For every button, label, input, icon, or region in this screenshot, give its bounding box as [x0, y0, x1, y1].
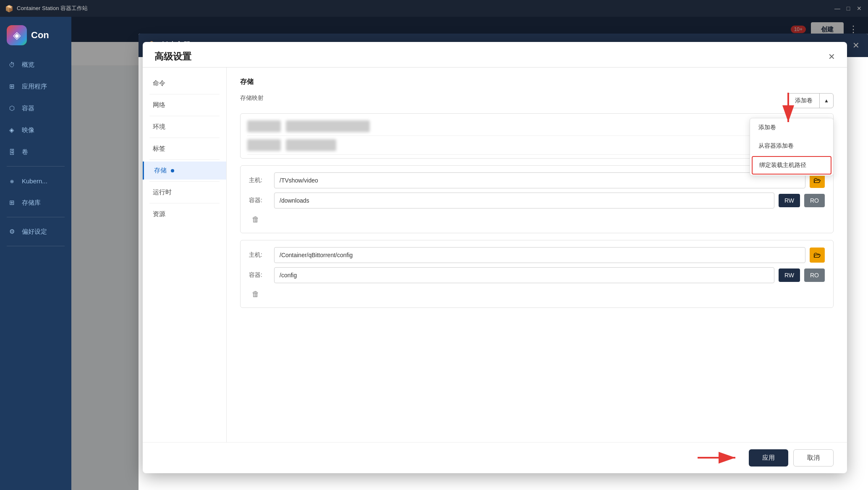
adv-nav-runtime[interactable]: 运行时	[143, 183, 226, 201]
sidebar-item-overview[interactable]: ⏱ 概览	[0, 54, 71, 76]
adv-nav-network[interactable]: 网络	[143, 96, 226, 114]
blurred-cell-2	[286, 120, 370, 132]
titlebar-controls: — □ ✕	[834, 5, 863, 12]
sidebar-label-volumes: 卷	[22, 148, 28, 156]
adv-nav-divider-4	[149, 159, 220, 160]
outer-dialog-close[interactable]: ✕	[852, 40, 860, 50]
apply-button[interactable]: 应用	[749, 449, 788, 467]
adv-nav-env[interactable]: 环境	[143, 118, 226, 136]
sidebar-item-containers[interactable]: ⬡ 容器	[0, 97, 71, 119]
sidebar: ◈ Con ⏱ 概览 ⊞ 应用程序 ⬡ 容器 ◈ 映像 🗄 卷 ⎈ Kubern…	[0, 17, 71, 490]
storage-section-title: 存储	[240, 78, 834, 86]
adv-nav-divider-6	[149, 203, 220, 203]
sidebar-item-kubernetes[interactable]: ⎈ Kubern...	[0, 170, 71, 192]
logo-text: Con	[31, 30, 49, 41]
cancel-button[interactable]: 取消	[793, 449, 834, 467]
dropdown-bind-mount[interactable]: 绑定装载主机路径	[752, 156, 831, 175]
mount-container-row-2: 容器: RW RO	[249, 267, 825, 283]
container-label-2: 容器:	[249, 271, 270, 279]
folder-browse-2[interactable]: 🗁	[810, 248, 825, 263]
mount-host-row-1: 主机: 🗁	[249, 172, 825, 188]
sidebar-item-preferences[interactable]: ⚙ 偏好设定	[0, 221, 71, 242]
blurred-cell-1	[247, 120, 281, 132]
maximize-button[interactable]: □	[844, 5, 852, 12]
sidebar-label-kubernetes: Kubern...	[22, 177, 47, 185]
dropdown-menu: 添加卷 从容器添加卷 绑定装载主机路径	[750, 118, 834, 176]
sidebar-item-volumes[interactable]: 🗄 卷	[0, 141, 71, 163]
adv-content: 存储 存储映射 添加卷 ▲	[227, 68, 847, 442]
containers-icon: ⬡	[7, 103, 17, 113]
sidebar-item-images[interactable]: ◈ 映像	[0, 119, 71, 141]
mount-host-row-2: 主机: 🗁	[249, 247, 825, 263]
sidebar-item-registry[interactable]: ⊞ 存储库	[0, 192, 71, 214]
adv-dialog-close[interactable]: ✕	[828, 52, 835, 62]
close-window-button[interactable]: ✕	[855, 5, 863, 12]
images-icon: ◈	[7, 125, 17, 135]
add-volume-button[interactable]: 添加卷 ▲	[788, 93, 834, 108]
blurred-vol-row-2	[247, 136, 826, 155]
advanced-settings-dialog: 高级设置 ✕ 命令 网络 环境	[143, 42, 847, 473]
sidebar-label-preferences: 偏好设定	[22, 228, 47, 236]
sidebar-label-containers: 容器	[22, 104, 34, 112]
adv-nav-resources[interactable]: 资源	[143, 205, 226, 223]
volumes-icon: 🗄	[7, 147, 17, 157]
kubernetes-icon: ⎈	[7, 176, 17, 186]
storage-map-header: 存储映射 添加卷 ▲	[240, 93, 834, 108]
registry-icon: ⊞	[7, 198, 17, 208]
adv-nav-labels[interactable]: 标签	[143, 140, 226, 158]
adv-nav-divider-3	[149, 138, 220, 138]
sidebar-label-apps: 应用程序	[22, 83, 47, 91]
blurred-vol-row-1	[247, 117, 826, 136]
ro-button-2[interactable]: RO	[804, 268, 825, 282]
sidebar-logo: ◈ Con	[0, 21, 71, 54]
mount-container-row-1: 容器: RW RO	[249, 193, 825, 209]
app-body: ◈ Con ⏱ 概览 ⊞ 应用程序 ⬡ 容器 ◈ 映像 🗄 卷 ⎈ Kubern…	[0, 17, 868, 490]
storage-mapping-label: 存储映射	[240, 94, 264, 102]
adv-nav-divider-2	[149, 116, 220, 116]
sidebar-label-images: 映像	[22, 126, 34, 134]
ro-button-1[interactable]: RO	[804, 194, 825, 207]
adv-nav-command[interactable]: 命令	[143, 74, 226, 92]
logo-symbol: ◈	[13, 29, 21, 41]
logo-icon: ◈	[7, 25, 27, 45]
adv-dialog-title: 高级设置	[154, 50, 191, 63]
host-path-input-1[interactable]	[274, 172, 805, 188]
rw-button-2[interactable]: RW	[779, 268, 800, 282]
titlebar: 📦 Container Station 容器工作站 — □ ✕	[0, 0, 868, 17]
sidebar-divider-2	[7, 217, 65, 217]
app-icon: 📦	[5, 5, 13, 13]
preferences-icon: ⚙	[7, 227, 17, 237]
container-label-1: 容器:	[249, 197, 270, 204]
content-area: 10+ 创建 ⋮ 操作 ⚙ 📦 创建容器 ✕ 高级设置	[71, 17, 868, 490]
add-vol-dropdown-arrow[interactable]: ▲	[820, 94, 833, 107]
sidebar-label-registry: 存储库	[22, 199, 41, 207]
app-title: Container Station 容器工作站	[17, 5, 88, 12]
adv-nav-divider-5	[149, 181, 220, 182]
dropdown-add-vol[interactable]: 添加卷	[750, 118, 833, 137]
container-path-input-2[interactable]	[274, 267, 774, 283]
rw-button-1[interactable]: RW	[779, 194, 800, 207]
sidebar-divider-1	[7, 166, 65, 167]
container-path-input-1[interactable]	[274, 193, 774, 209]
adv-dialog-header: 高级设置 ✕	[143, 42, 847, 68]
apps-icon: ⊞	[7, 81, 17, 91]
adv-nav-storage[interactable]: 存储	[143, 162, 226, 180]
sidebar-divider-3	[7, 246, 65, 246]
host-label-1: 主机:	[249, 177, 270, 184]
delete-mount-2[interactable]: 🗑	[249, 287, 262, 301]
delete-mount-1[interactable]: 🗑	[249, 213, 262, 226]
mount-section-1: 主机: 🗁 容器: RW RO 🗑	[240, 165, 834, 233]
overview-icon: ⏱	[7, 60, 17, 70]
adv-nav-divider-1	[149, 94, 220, 94]
blurred-cell-4	[286, 139, 336, 151]
minimize-button[interactable]: —	[834, 5, 841, 12]
sidebar-item-apps[interactable]: ⊞ 应用程序	[0, 76, 71, 97]
mount-section-2: 主机: 🗁 容器: RW RO 🗑	[240, 240, 834, 308]
adv-dialog-footer: 应用 取消	[143, 442, 847, 473]
dropdown-add-from-container[interactable]: 从容器添加卷	[750, 137, 833, 155]
titlebar-left: 📦 Container Station 容器工作站	[5, 5, 88, 13]
adv-dialog-body: 命令 网络 环境 标签 存储	[143, 68, 847, 442]
host-path-input-2[interactable]	[274, 247, 805, 263]
host-label-2: 主机:	[249, 251, 270, 259]
sidebar-label-overview: 概览	[22, 61, 34, 69]
